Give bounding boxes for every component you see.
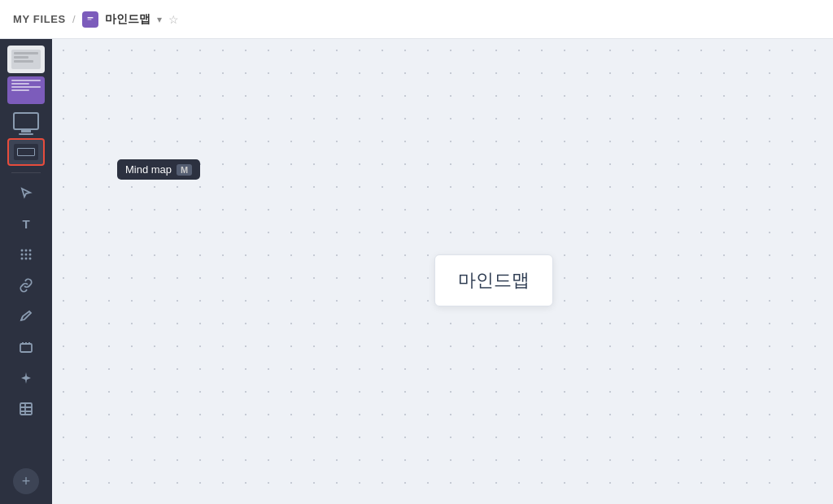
slide-thumb-1[interactable] [7, 46, 45, 73]
toolbar-sidebar: T [0, 39, 52, 504]
breadcrumb-separator: / [72, 13, 76, 25]
svg-rect-12 [20, 344, 32, 352]
text-tool-button[interactable]: T [10, 209, 42, 238]
frame-tool-button[interactable] [10, 332, 42, 362]
sidebar-divider [11, 172, 41, 173]
canvas-area[interactable]: Mind map M 마인드맵 [52, 39, 833, 504]
pencil-tool-button[interactable] [10, 302, 42, 331]
star-icon[interactable]: ☆ [168, 13, 179, 26]
main-layout: T [0, 39, 833, 504]
svg-rect-13 [20, 403, 32, 415]
mindmap-tooltip: Mind map M [117, 159, 200, 180]
file-type-icon [82, 11, 98, 28]
tooltip-key: M [177, 164, 192, 176]
tooltip-label: Mind map [125, 163, 172, 176]
chevron-down-icon[interactable]: ▾ [157, 14, 162, 25]
table-tool-button[interactable] [10, 394, 42, 424]
link-tool-button[interactable] [10, 271, 42, 300]
slide-thumb-mindmap-active[interactable] [7, 138, 45, 166]
arrow-tool-button[interactable] [10, 178, 42, 207]
svg-point-6 [21, 254, 24, 256]
svg-point-9 [21, 258, 24, 260]
svg-point-5 [29, 250, 32, 252]
ai-tool-button[interactable] [10, 363, 42, 393]
header: MY FILES / 마인드맵 ▾ ☆ [0, 0, 833, 39]
slide-thumb-2[interactable] [7, 76, 45, 104]
svg-point-10 [25, 258, 28, 260]
svg-point-7 [25, 254, 28, 256]
svg-point-4 [25, 250, 28, 252]
svg-point-3 [21, 250, 24, 252]
add-button[interactable]: + [13, 468, 39, 494]
svg-rect-2 [87, 19, 91, 20]
mindmap-root-node[interactable]: 마인드맵 [434, 254, 553, 306]
svg-rect-1 [87, 17, 93, 19]
breadcrumb-title[interactable]: 마인드맵 [105, 12, 150, 27]
slide-thumb-3[interactable] [7, 107, 45, 135]
svg-point-8 [29, 254, 32, 256]
svg-point-11 [29, 258, 32, 260]
mindmap-node-text: 마인드맵 [458, 270, 530, 290]
grid-tool-button[interactable] [10, 240, 42, 269]
breadcrumb-myfiles[interactable]: MY FILES [13, 13, 66, 25]
